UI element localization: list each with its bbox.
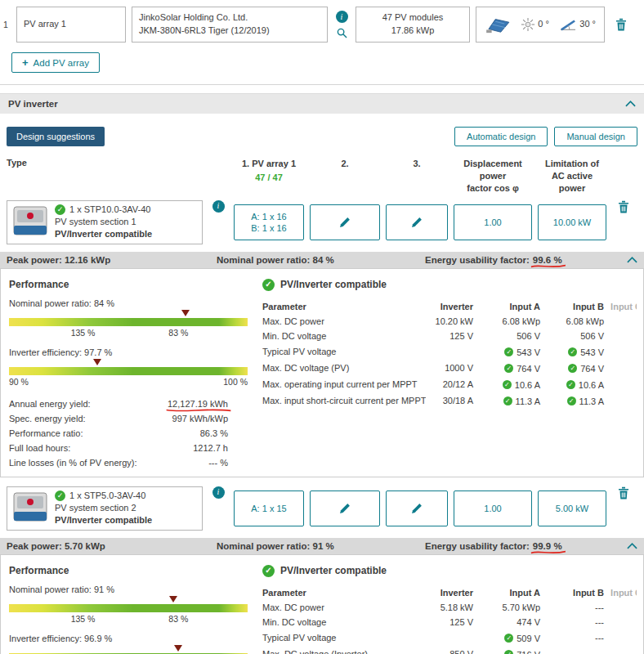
delete-inverter-button[interactable] xyxy=(618,200,629,244)
check-icon: ✓ xyxy=(568,347,577,356)
metric-row: Annual energy yield: 12,127.19 kWh xyxy=(9,396,228,411)
inverter-info-icon[interactable]: i xyxy=(212,486,225,499)
usability-value: 99.9 % xyxy=(533,541,562,551)
metric-label: Spec. energy yield: xyxy=(9,414,86,423)
metric-value: 12,127.19 kWh xyxy=(168,399,228,409)
edit-array2-box[interactable] xyxy=(310,490,380,526)
pv-array-name-box[interactable]: PV array 1 xyxy=(16,7,126,43)
edit-array3-box[interactable] xyxy=(386,490,448,526)
col-input-b: Input B xyxy=(543,299,607,314)
metric-row: Spec. energy yield: 997 kWh/kWp xyxy=(9,411,228,426)
col-input-c: Input C xyxy=(607,585,637,600)
col-input-a: Input A xyxy=(476,299,543,314)
metric-value: 86.3 % xyxy=(200,428,228,438)
efficiency-marker xyxy=(93,359,101,365)
delete-pv-array-button[interactable] xyxy=(615,18,627,31)
compat-header-row: Parameter Inverter Input A Input B Input… xyxy=(262,585,637,600)
compat-row: Min. DC voltage 125 V 506 V 506 V xyxy=(262,329,637,343)
compat-row: Typical PV voltage ✓543 V ✓543 V xyxy=(262,343,637,360)
inverter-row-1: ✓ 1 x STP10.0-3AV-40 PV system section 1… xyxy=(0,198,644,247)
module-info-icon[interactable]: i xyxy=(336,11,348,23)
column-3: 3. xyxy=(386,158,448,170)
ac-limit-value: 10.00 kW xyxy=(553,217,591,227)
metric-value: --- % xyxy=(208,458,228,468)
inverter-type-box[interactable]: ✓ 1 x STP10.0-3AV-40 PV system section 1… xyxy=(7,200,203,244)
check-icon: ✓ xyxy=(262,565,275,577)
ratio-marker xyxy=(181,310,190,316)
string-config-box[interactable]: A: 1 x 16 B: 1 x 16 xyxy=(234,204,304,240)
check-icon: ✓ xyxy=(55,490,65,501)
add-pv-array-button[interactable]: + Add PV array xyxy=(11,52,100,73)
metric-label: Performance ratio: xyxy=(9,428,83,438)
check-icon: ✓ xyxy=(568,364,577,373)
inverter-image xyxy=(12,492,48,525)
section-title: PV inverter xyxy=(8,99,58,109)
pencil-icon xyxy=(412,217,423,227)
design-suggestions-button[interactable]: Design suggestions xyxy=(7,127,105,146)
module-product-box[interactable]: JinkoSolar Holding Co. Ltd. JKM-380N-6RL… xyxy=(132,7,328,43)
compat-row: Max. DC voltage (Inverter) 850 V ✓716 V … xyxy=(262,646,637,654)
manual-design-button[interactable]: Manual design xyxy=(554,127,637,146)
inverter-title: 1 x STP5.0-3AV-40 xyxy=(69,490,145,502)
usability-value: 99.6 % xyxy=(533,255,562,265)
automatic-design-button[interactable]: Automatic design xyxy=(454,127,548,146)
compat-row: Typical PV voltage ✓509 V --- xyxy=(262,629,637,646)
performance-column: Performance Nominal power ratio: 91 % 13… xyxy=(9,565,248,654)
check-icon: ✓ xyxy=(566,380,575,389)
ac-limit-box[interactable]: 10.00 kW xyxy=(538,204,606,240)
trash-icon xyxy=(618,200,629,213)
edit-array2-box[interactable] xyxy=(310,204,380,240)
add-pv-array-label: Add PV array xyxy=(34,58,89,68)
inverter-summary-bar-2[interactable]: Peak power: 5.70 kWp Nominal power ratio… xyxy=(0,538,644,554)
ac-limit-line1: Limitation of AC active xyxy=(538,158,606,182)
pv-array-row: 1 PV array 1 JinkoSolar Holding Co. Ltd.… xyxy=(0,0,644,43)
module-search-icon[interactable] xyxy=(337,28,347,38)
metric-label: Full load hours: xyxy=(9,443,70,453)
compatibility-column: ✓ PV/Inverter compatible Parameter Inver… xyxy=(262,279,637,470)
performance-title: Performance xyxy=(9,279,248,290)
azimuth-group: 0 ° xyxy=(521,17,549,32)
ratio-bar-label: Nominal power ratio: 84 % xyxy=(9,298,248,308)
pencil-icon xyxy=(340,217,351,227)
collapse-section-icon[interactable] xyxy=(625,101,636,107)
tilt-group: 30 ° xyxy=(559,17,596,32)
efficiency-bar-label: Inverter efficiency: 97.7 % xyxy=(9,347,248,357)
collapse-details-icon[interactable] xyxy=(627,257,637,263)
module-icons: i xyxy=(333,7,350,43)
azimuth-icon xyxy=(521,17,535,32)
inverter-subtitle: PV system section 2 xyxy=(55,502,152,514)
pencil-icon xyxy=(340,503,351,513)
metric-row: Line losses (in % of PV energy): --- % xyxy=(9,455,228,470)
cos-phi-box[interactable]: 1.00 xyxy=(454,490,532,526)
module-model: JKM-380N-6RL3 Tiger (12/2019) xyxy=(139,25,320,38)
cos-phi-value: 1.00 xyxy=(484,217,501,227)
check-icon: ✓ xyxy=(504,347,513,356)
inverter-summary-bar-1[interactable]: Peak power: 12.16 kWp Nominal power rati… xyxy=(0,252,644,268)
compat-row: Max. input short-circuit current per MPP… xyxy=(262,392,637,409)
check-icon: ✓ xyxy=(503,380,512,389)
tilt-icon xyxy=(559,17,577,32)
usability-label: Energy usability factor: xyxy=(425,255,530,265)
col-input-a: Input A xyxy=(476,585,543,600)
collapse-details-icon[interactable] xyxy=(627,543,637,549)
col-parameter: Parameter xyxy=(262,299,426,314)
pv-inverter-section-bar[interactable]: PV inverter xyxy=(0,93,644,114)
peak-power-text: Peak power: 5.70 kWp xyxy=(7,541,217,551)
edit-array3-box[interactable] xyxy=(386,204,448,240)
pv-array-name: PV array 1 xyxy=(24,18,119,31)
col-input-c: Input C xyxy=(607,299,637,314)
string-config-box[interactable]: A: 1 x 15 xyxy=(234,490,304,526)
cos-phi-box[interactable]: 1.00 xyxy=(454,204,532,240)
inverter-info-icon[interactable]: i xyxy=(212,200,225,213)
ac-limit-box[interactable]: 5.00 kW xyxy=(538,490,606,526)
column-ac-limit: Limitation of AC active power xyxy=(538,158,606,195)
inverter-type-box[interactable]: ✓ 1 x STP5.0-3AV-40 PV system section 2 … xyxy=(7,486,203,531)
cos-phi-value: 1.00 xyxy=(484,504,501,513)
pencil-icon xyxy=(412,503,423,513)
compat-row: Max. DC power 5.18 kW 5.70 kWp --- xyxy=(262,600,637,615)
module-count-box[interactable]: 47 PV modules 17.86 kWp xyxy=(356,7,470,43)
check-icon: ✓ xyxy=(503,396,512,405)
delete-inverter-button[interactable] xyxy=(618,486,629,531)
array-geometry-box[interactable]: 0 ° 30 ° xyxy=(476,7,605,43)
check-icon: ✓ xyxy=(567,396,576,405)
